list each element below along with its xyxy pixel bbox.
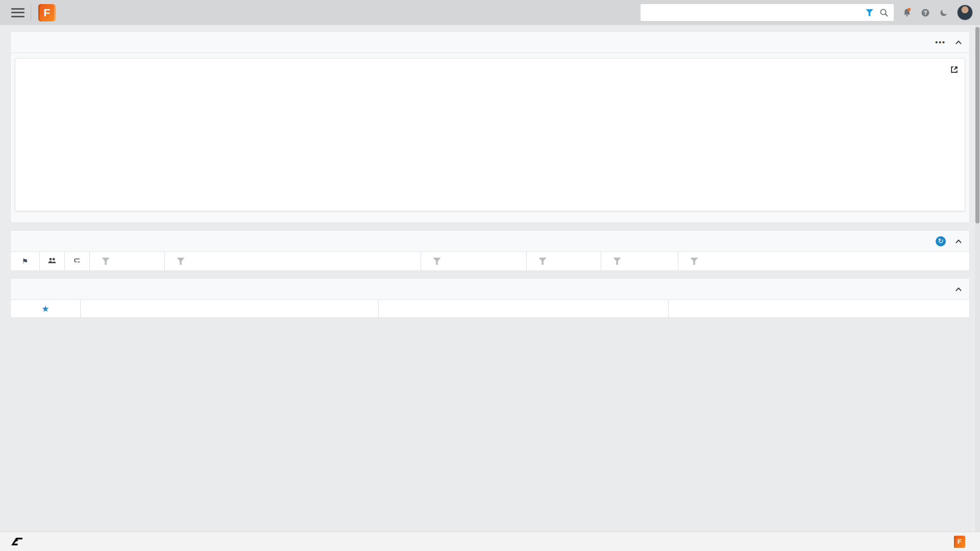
fusion-manage-badge-icon: F <box>954 536 965 548</box>
search-input[interactable] <box>647 9 861 17</box>
filter-funnel-icon[interactable] <box>102 258 110 265</box>
page-scrollbar-thumb[interactable] <box>975 27 979 223</box>
bookmark-workspace-column-header[interactable] <box>378 300 668 317</box>
bookmarked-items-panel: ★ <box>10 278 970 318</box>
state-set-by-column-header[interactable] <box>678 252 969 270</box>
menu-icon[interactable] <box>11 8 24 17</box>
flag-icon: ⚑ <box>21 257 28 265</box>
outstanding-work-panel: ↻ ⚑ <box>10 230 970 271</box>
bookmark-star-column-header[interactable]: ★ <box>11 300 80 317</box>
divider <box>31 5 31 20</box>
search-box <box>641 4 894 21</box>
chart-cards-row <box>11 53 969 222</box>
bookmarked-items-header <box>11 279 969 300</box>
collapse-chevron-icon[interactable] <box>955 237 962 246</box>
filter-icon[interactable] <box>866 9 873 16</box>
collapse-chevron-icon[interactable] <box>955 285 962 294</box>
charts-panel-header: ••• <box>11 32 969 53</box>
flag-column-header[interactable]: ⚑ <box>11 252 39 270</box>
state-column-header[interactable] <box>526 252 601 270</box>
open-in-new-icon[interactable] <box>950 65 959 76</box>
more-options-icon[interactable]: ••• <box>935 40 946 45</box>
filter-funnel-icon[interactable] <box>539 258 547 265</box>
autodesk-mark-icon <box>11 538 22 545</box>
collapse-chevron-icon[interactable] <box>955 38 962 47</box>
search-icon[interactable] <box>879 8 889 17</box>
footer: F <box>0 532 980 551</box>
outline-icon <box>73 257 81 264</box>
item-descriptor-column-header[interactable] <box>164 252 421 270</box>
bookmark-comment-column-header[interactable] <box>668 300 969 317</box>
assignees-column-header[interactable] <box>39 252 64 270</box>
refresh-icon[interactable]: ↻ <box>936 236 946 246</box>
filter-funnel-icon[interactable] <box>614 258 621 265</box>
fusion-manage-badge: F <box>954 536 969 548</box>
workspace-column-header[interactable] <box>421 252 526 270</box>
dashboard-page: ••• ↻ <box>0 25 980 532</box>
user-avatar[interactable] <box>957 5 973 20</box>
svg-text:?: ? <box>924 10 927 16</box>
due-date-column-header[interactable] <box>89 252 164 270</box>
filter-funnel-icon[interactable] <box>177 258 185 265</box>
notification-bell-icon[interactable] <box>902 8 912 18</box>
outstanding-work-table: ⚑ <box>11 252 969 270</box>
topbar: F ? <box>0 0 980 25</box>
star-icon: ★ <box>41 304 49 314</box>
chart-canvas <box>15 76 965 205</box>
bookmark-item-column-header[interactable] <box>80 300 378 317</box>
state-set-on-column-header[interactable] <box>601 252 678 270</box>
autodesk-logo <box>11 538 26 545</box>
help-icon[interactable]: ? <box>920 8 930 18</box>
chart-card <box>15 58 965 211</box>
filter-funnel-icon[interactable] <box>691 258 698 265</box>
filter-funnel-icon[interactable] <box>433 258 441 265</box>
outline-column-header[interactable] <box>64 252 89 270</box>
outstanding-work-header: ↻ <box>11 231 969 252</box>
dark-mode-moon-icon[interactable] <box>939 8 949 18</box>
fusion-manage-logo: F <box>38 4 56 21</box>
page-scrollbar[interactable] <box>975 25 980 551</box>
charts-panel: ••• <box>10 31 970 223</box>
people-icon <box>47 257 57 264</box>
